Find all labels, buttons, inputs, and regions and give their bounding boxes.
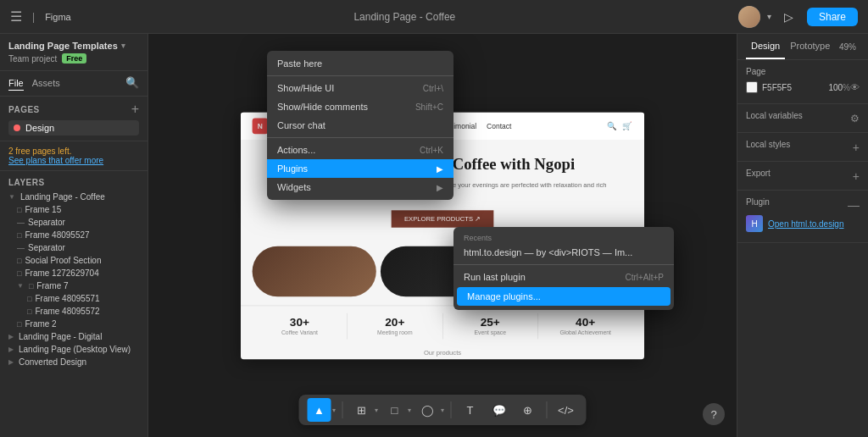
plugin-collapse-button[interactable]: — (848, 198, 860, 212)
free-badge: Free (62, 53, 86, 64)
ctx-show-hide-ui[interactable]: Show/Hide UI Ctrl+\ (267, 79, 453, 97)
ctx-paste-here[interactable]: Paste here (267, 54, 453, 73)
select-tool[interactable]: ▲ (308, 398, 331, 422)
free-pages-notice: 2 free pages left. See plans that offer … (0, 141, 147, 171)
layer-landing-digital[interactable]: ▶ Landing Page - Digital (0, 330, 147, 343)
tab-assets[interactable]: Assets (32, 76, 60, 91)
pen-tool[interactable]: ◯ (416, 398, 440, 422)
visibility-toggle[interactable]: 👁 (850, 82, 860, 92)
ctx-show-hide-comments[interactable]: Show/Hide comments Shift+C (267, 97, 453, 116)
local-variables-row: Local variables ⚙ (746, 111, 860, 125)
stat-2: 20+ Meeting room (348, 313, 442, 339)
toolbar-bottom: ▲ ▾ ⊞ ▾ □ ▾ ◯ ▾ T 💬 ⊕ </> (299, 395, 587, 425)
stat-2-label: Meeting room (350, 329, 439, 336)
tab-design[interactable]: Design (746, 34, 785, 59)
add-export-button[interactable]: + (853, 169, 860, 183)
layer-frame15[interactable]: □ Frame 15 (0, 203, 147, 216)
frame-tool-group: ⊞ ▾ (350, 398, 378, 422)
pen-tool-group: ◯ ▾ (416, 398, 444, 422)
ctx-recent1[interactable]: html.to.design — by <div>RIOTS — Im... (453, 243, 674, 262)
toolbar-divider-1 (342, 401, 343, 418)
layer-landing-coffee[interactable]: ▼ Landing Page - Coffee (0, 191, 147, 203)
shape-tool[interactable]: □ (383, 398, 407, 422)
ctx-cursor-chat[interactable]: Cursor chat (267, 116, 453, 135)
avatar-caret[interactable]: ▾ (767, 12, 771, 21)
see-plans-link[interactable]: See plans that offer more (8, 156, 139, 165)
avatar[interactable] (738, 6, 760, 28)
page-design-label: Design (25, 123, 54, 133)
local-variables-icon[interactable]: ⚙ (850, 113, 860, 124)
figma-menu-icon[interactable]: ☰ (10, 8, 22, 25)
cta-button[interactable]: EXPLORE PRODUCTS ↗ (392, 210, 494, 227)
team-label: Team project (8, 54, 57, 64)
export-row: Export + (746, 169, 860, 183)
stat-2-number: 20+ (350, 316, 439, 329)
main-layout: Landing Page Templates ▾ Team project Fr… (0, 34, 868, 437)
expand-icon: ▶ (8, 333, 14, 340)
share-button[interactable]: Share (807, 8, 858, 26)
plugin-link[interactable]: Open html.to.design (768, 219, 844, 229)
ctx-actions[interactable]: Actions... Ctrl+K (267, 141, 453, 159)
search-icon[interactable]: 🔍 (125, 76, 139, 91)
nav-contact: Contact (487, 122, 511, 130)
comment-tool[interactable]: 💬 (487, 398, 511, 422)
ctx-widgets[interactable]: Widgets ▶ (267, 178, 453, 196)
stat-4-number: 40+ (541, 316, 630, 329)
layer-frame7[interactable]: ▼ □ Frame 7 (0, 279, 147, 292)
select-tool-caret[interactable]: ▾ (332, 407, 336, 414)
ctx-plugins[interactable]: Plugins ▶ Recents html.to.design — by <d… (267, 159, 453, 178)
layer-name: Frame 48095571 (35, 294, 99, 303)
plugin-section-title: Plugin (746, 197, 770, 207)
local-variables-section: Local variables ⚙ (737, 104, 868, 133)
layer-social-proof[interactable]: □ Social Proof Section (0, 254, 147, 267)
page-opacity-value: 100 (828, 83, 843, 92)
layer-frame48095571[interactable]: □ Frame 48095571 (0, 292, 147, 305)
frame-tool-caret[interactable]: ▾ (375, 407, 378, 414)
expand-icon: ▼ (17, 282, 24, 290)
pages-title: Pages (8, 105, 40, 114)
plugin-section: Plugin — H Open html.to.design (737, 191, 868, 243)
text-tool[interactable]: T (459, 398, 482, 422)
layer-name: Frame 1272629704 (25, 268, 98, 278)
web-nav-icons: 🔍 🛒 (607, 121, 633, 130)
tab-file[interactable]: File (8, 76, 24, 91)
frame-icon: □ (27, 295, 31, 303)
shape-tool-caret[interactable]: ▾ (408, 407, 411, 414)
layer-frame1272629704[interactable]: □ Frame 1272629704 (0, 267, 147, 279)
canvas-area[interactable]: N Products About us Testimonial Contact … (148, 34, 737, 437)
layer-converted-design[interactable]: ▶ Converted Design (0, 356, 147, 368)
layer-name: Social Proof Section (25, 256, 101, 265)
ctx-widgets-arrow: ▶ (437, 183, 443, 192)
layer-landing-desktop[interactable]: ▶ Landing Page (Desktop View) (0, 343, 147, 356)
layer-separator2[interactable]: — Separator (0, 241, 147, 254)
pen-tool-caret[interactable]: ▾ (441, 407, 444, 414)
page-item-design[interactable]: Design (8, 120, 139, 136)
project-title-caret[interactable]: ▾ (121, 41, 125, 50)
layer-name: Frame 7 (36, 281, 68, 290)
ctx-cursor-chat-label: Cursor chat (277, 120, 326, 130)
frame-icon: □ (17, 231, 21, 240)
layer-name: Frame 48095572 (35, 307, 99, 316)
layer-name: Converted Design (19, 357, 86, 367)
layer-frame48095572[interactable]: □ Frame 48095572 (0, 305, 147, 318)
export-section: Export + (737, 162, 868, 191)
ctx-run-last-plugin[interactable]: Run last plugin Ctrl+Alt+P (453, 268, 674, 286)
code-tool[interactable]: </> (554, 398, 578, 422)
layer-frame2[interactable]: □ Frame 2 (0, 318, 147, 330)
help-button[interactable]: ? (703, 403, 725, 425)
layer-separator1[interactable]: — Separator (0, 216, 147, 229)
page-color-swatch[interactable] (746, 81, 758, 93)
local-styles-row: Local styles + (746, 140, 860, 154)
layer-frame48095527[interactable]: □ Frame 48095527 (0, 229, 147, 241)
frame-icon: □ (29, 282, 33, 290)
play-button[interactable]: ▷ (778, 6, 800, 28)
component-tool[interactable]: ⊕ (516, 398, 540, 422)
ctx-manage-plugins[interactable]: Manage plugins... (457, 287, 670, 306)
local-styles-label: Local styles (746, 140, 790, 149)
add-local-style-button[interactable]: + (853, 141, 860, 154)
frame-tool[interactable]: ⊞ (350, 398, 374, 422)
shape-tool-group: □ ▾ (383, 398, 411, 422)
add-page-button[interactable]: + (131, 102, 139, 117)
tab-prototype[interactable]: Prototype (785, 34, 835, 59)
plugin-item-htmltodesign[interactable]: H Open html.to.design (746, 212, 860, 235)
